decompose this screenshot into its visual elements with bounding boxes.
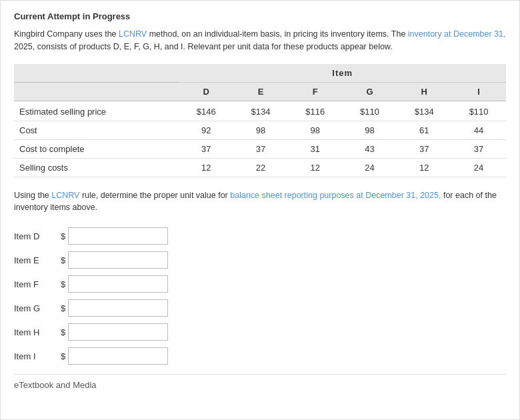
item-label: Item G	[14, 303, 61, 313]
cell-value: 43	[343, 139, 397, 158]
table-row: Selling costs122212241224	[14, 158, 506, 177]
inventory-table: Item D E F G H I Estimated selling price…	[14, 64, 506, 177]
cell-value: 22	[233, 158, 288, 177]
table-row: Cost929898986144	[14, 121, 506, 139]
item-value-input[interactable]	[68, 299, 168, 317]
cell-value: $116	[288, 101, 343, 121]
description-text: Kingbird Company uses the LCNRV method, …	[14, 28, 506, 53]
col-i: I	[451, 82, 506, 101]
cell-value: 12	[288, 158, 343, 177]
cell-value: 12	[179, 158, 233, 177]
item-value-input[interactable]	[68, 347, 168, 365]
item-input-row: Item H$	[14, 323, 506, 341]
table-row: Cost to complete373731433737	[14, 139, 506, 158]
cell-value: 98	[343, 121, 397, 139]
balance-sheet-highlight: balance sheet reporting purposes at Dece…	[230, 191, 441, 200]
cell-value: 92	[179, 121, 233, 139]
col-f: F	[288, 82, 343, 101]
item-label: Item E	[14, 255, 61, 265]
cell-value: 37	[179, 139, 233, 158]
cell-value: 37	[397, 139, 451, 158]
item-group-header: Item	[179, 64, 506, 83]
dollar-sign: $	[61, 279, 65, 289]
cell-value: 12	[397, 158, 451, 177]
page-container: Current Attempt in Progress Kingbird Com…	[0, 0, 520, 420]
item-label: Item H	[14, 327, 61, 337]
row-label: Cost to complete	[14, 139, 179, 158]
bottom-label: eTextbook and Media	[14, 374, 506, 390]
cell-value: 37	[233, 139, 288, 158]
cell-value: $110	[343, 101, 397, 121]
cell-value: 37	[451, 139, 506, 158]
dollar-sign: $	[61, 327, 65, 337]
col-h: H	[397, 82, 451, 101]
cell-value: 24	[451, 158, 506, 177]
dollar-sign: $	[61, 255, 65, 265]
cell-value: 98	[288, 121, 343, 139]
input-section: Item D$Item E$Item F$Item G$Item H$Item …	[14, 227, 506, 365]
cell-value: $146	[179, 101, 233, 121]
item-input-row: Item G$	[14, 299, 506, 317]
inventory-highlight: inventory at December 31,	[408, 29, 506, 39]
item-value-input[interactable]	[68, 275, 168, 293]
cell-value: 44	[451, 121, 506, 139]
col-e: E	[233, 82, 288, 101]
inventory-table-wrapper: Item D E F G H I Estimated selling price…	[14, 64, 506, 189]
row-label: Cost	[14, 121, 179, 139]
item-input-row: Item I$	[14, 347, 506, 365]
attempt-header: Current Attempt in Progress	[14, 11, 506, 21]
item-input-row: Item D$	[14, 227, 506, 245]
cell-value: $134	[397, 101, 451, 121]
row-label: Selling costs	[14, 158, 179, 177]
dollar-sign: $	[61, 231, 65, 241]
item-input-row: Item F$	[14, 275, 506, 293]
lcnrv-highlight: LCNRV	[119, 29, 147, 39]
cell-value: $134	[233, 101, 288, 121]
item-label: Item D	[14, 231, 61, 241]
cell-value: 31	[288, 139, 343, 158]
instructions-text: Using the LCNRV rule, determine the prop…	[14, 189, 506, 215]
item-label: Item F	[14, 279, 61, 289]
item-value-input[interactable]	[68, 251, 168, 269]
col-d: D	[179, 82, 233, 101]
item-input-row: Item E$	[14, 251, 506, 269]
item-label: Item I	[14, 351, 61, 361]
cell-value: 98	[233, 121, 288, 139]
cell-value: 24	[343, 158, 397, 177]
col-g: G	[343, 82, 397, 101]
item-value-input[interactable]	[68, 323, 168, 341]
cell-value: $110	[451, 101, 506, 121]
item-value-input[interactable]	[68, 227, 168, 245]
dollar-sign: $	[61, 303, 65, 313]
table-row: Estimated selling price$146$134$116$110$…	[14, 101, 506, 121]
row-label: Estimated selling price	[14, 101, 179, 121]
lcnrv-rule-highlight: LCNRV	[51, 191, 79, 200]
cell-value: 61	[397, 121, 451, 139]
dollar-sign: $	[61, 351, 65, 361]
